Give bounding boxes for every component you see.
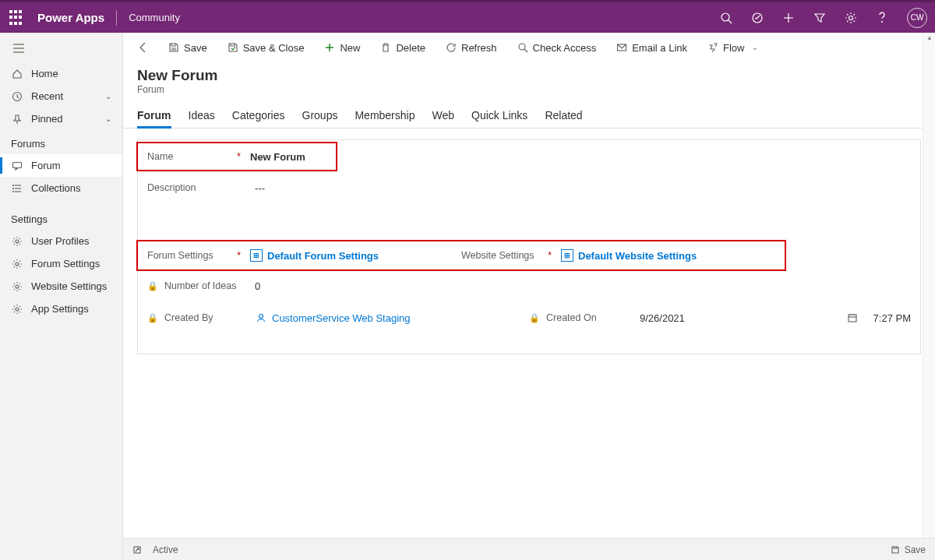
save-icon xyxy=(891,545,900,555)
hamburger-icon[interactable] xyxy=(0,39,122,62)
gear-icon xyxy=(11,281,23,292)
record-state: Active xyxy=(153,544,178,555)
svg-line-25 xyxy=(524,49,527,52)
gear-icon xyxy=(11,259,23,269)
check-access-icon xyxy=(517,42,528,53)
svg-rect-28 xyxy=(849,315,856,322)
name-value[interactable]: New Forum xyxy=(245,151,305,163)
svg-point-5 xyxy=(849,16,853,19)
nav-forum[interactable]: Forum xyxy=(0,154,122,177)
environment-name[interactable]: Community xyxy=(129,12,180,23)
description-value[interactable]: --- xyxy=(245,182,265,194)
tab-quick-links[interactable]: Quick Links xyxy=(471,104,527,128)
search-icon[interactable] xyxy=(720,12,732,24)
tab-related[interactable]: Related xyxy=(545,104,582,128)
lookup-icon: ⊞ xyxy=(561,249,573,262)
save-button[interactable]: Save xyxy=(161,37,215,58)
nav-user-profiles[interactable]: User Profiles xyxy=(0,230,122,252)
tab-membership[interactable]: Membership xyxy=(355,104,415,128)
help-icon[interactable] xyxy=(876,12,888,24)
plus-icon xyxy=(324,42,335,53)
cmd-label: Save xyxy=(184,42,207,54)
page-title: New Forum xyxy=(137,67,921,84)
website-settings-field[interactable]: Website Settings* ⊞ Default Website Sett… xyxy=(461,249,775,262)
page-header: New Forum Forum xyxy=(123,62,935,98)
nav-label: Forum Settings xyxy=(31,258,100,269)
created-on-label: 🔒Created On xyxy=(529,312,630,323)
refresh-button[interactable]: Refresh xyxy=(438,37,505,58)
nav-label: User Profiles xyxy=(31,235,89,247)
save-close-button[interactable]: Save & Close xyxy=(220,37,312,58)
popout-icon[interactable] xyxy=(132,545,142,555)
left-navigation: Home Recent ⌄ Pinned ⌄ Forums Forum Coll… xyxy=(0,33,123,560)
forum-icon xyxy=(11,160,23,171)
description-field-row[interactable]: Description --- xyxy=(138,173,920,203)
lock-icon: 🔒 xyxy=(147,313,158,323)
nav-label: App Settings xyxy=(31,303,89,315)
svg-point-6 xyxy=(882,21,883,22)
save-close-icon xyxy=(228,42,238,53)
entity-name: Forum xyxy=(137,84,921,95)
name-label: Name* xyxy=(147,151,245,162)
nav-forum-settings[interactable]: Forum Settings xyxy=(0,252,122,275)
tab-forum[interactable]: Forum xyxy=(137,104,171,128)
new-button[interactable]: New xyxy=(316,37,368,58)
save-icon xyxy=(168,42,179,53)
created-on-date: 9/26/2021 xyxy=(630,312,724,324)
email-link-button[interactable]: Email a Link xyxy=(609,37,695,58)
footer-save-button[interactable]: Save xyxy=(891,544,926,555)
created-on-time: 7:27 PM xyxy=(869,312,911,324)
svg-line-1 xyxy=(729,20,732,23)
website-settings-value[interactable]: ⊞ Default Website Settings xyxy=(556,249,697,262)
cmd-label: Email a Link xyxy=(632,42,687,54)
check-access-button[interactable]: Check Access xyxy=(510,37,605,58)
filter-icon[interactable] xyxy=(813,12,826,24)
tab-categories[interactable]: Categories xyxy=(232,104,285,128)
scrollbar[interactable]: ▲ xyxy=(923,33,935,538)
divider xyxy=(116,10,117,26)
chevron-down-icon: ⌄ xyxy=(105,92,111,100)
clock-icon xyxy=(11,91,23,102)
forum-settings-value[interactable]: ⊞ Default Forum Settings xyxy=(245,249,379,262)
nav-label: Home xyxy=(31,68,58,79)
svg-point-27 xyxy=(259,315,263,319)
nav-home[interactable]: Home xyxy=(0,62,122,85)
gear-icon xyxy=(11,304,23,315)
cmd-label: Flow xyxy=(723,42,744,54)
delete-button[interactable]: Delete xyxy=(372,37,433,58)
tab-ideas[interactable]: Ideas xyxy=(189,104,215,128)
nav-section-forums: Forums xyxy=(0,130,122,154)
number-of-ideas-value: 0 xyxy=(245,280,260,292)
svg-point-21 xyxy=(16,308,19,311)
app-launcher-icon[interactable] xyxy=(8,10,23,26)
svg-point-19 xyxy=(16,262,19,266)
settings-row: Forum Settings* ⊞ Default Forum Settings… xyxy=(136,240,786,271)
forum-settings-field[interactable]: Forum Settings* ⊞ Default Forum Settings xyxy=(147,249,461,262)
website-settings-label: Website Settings* xyxy=(461,250,556,261)
svg-point-24 xyxy=(519,44,525,50)
nav-pinned[interactable]: Pinned ⌄ xyxy=(0,107,122,130)
svg-point-18 xyxy=(16,240,19,243)
user-avatar[interactable]: CW xyxy=(907,8,927,28)
flow-button[interactable]: Flow ⌄ xyxy=(700,37,766,58)
lookup-icon: ⊞ xyxy=(250,249,263,262)
description-label: Description xyxy=(147,182,245,193)
target-icon[interactable] xyxy=(751,12,764,24)
name-field-row[interactable]: Name* New Forum xyxy=(136,142,337,171)
nav-label: Pinned xyxy=(31,113,62,125)
nav-recent[interactable]: Recent ⌄ xyxy=(0,85,122,107)
command-bar: Save Save & Close New Delete Refresh Che… xyxy=(123,33,935,62)
tab-web[interactable]: Web xyxy=(432,104,454,128)
nav-website-settings[interactable]: Website Settings xyxy=(0,275,122,298)
created-by-label: 🔒Created By xyxy=(147,312,245,323)
cmd-label: Check Access xyxy=(533,42,597,54)
plus-icon[interactable] xyxy=(782,12,795,24)
nav-collections[interactable]: Collections xyxy=(0,177,122,199)
created-by-value[interactable]: CustomerService Web Staging xyxy=(245,312,411,324)
tab-groups[interactable]: Groups xyxy=(302,104,338,128)
back-button[interactable] xyxy=(131,37,156,58)
nav-app-settings[interactable]: App Settings xyxy=(0,298,122,320)
form-tabs: Forum Ideas Categories Groups Membership… xyxy=(123,98,935,129)
settings-gear-icon[interactable] xyxy=(845,12,857,24)
svg-point-20 xyxy=(16,285,19,288)
